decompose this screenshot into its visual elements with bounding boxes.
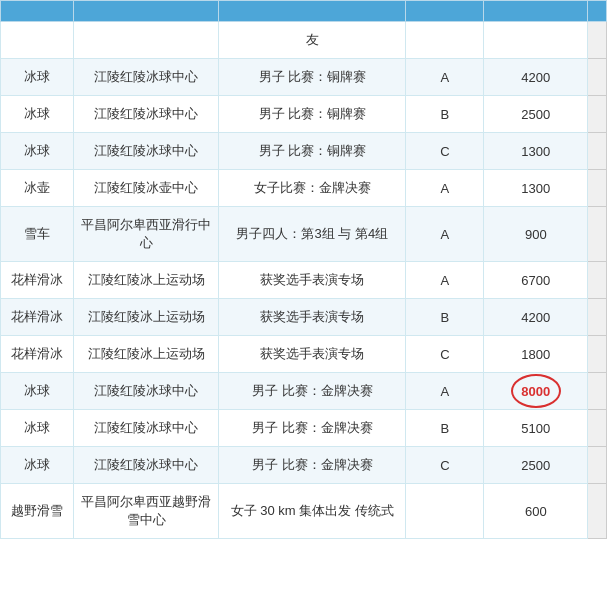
cell-price: 6700 bbox=[484, 262, 588, 299]
cell-desc: 女子比赛：金牌决赛 bbox=[219, 170, 406, 207]
table-header-row bbox=[1, 1, 607, 22]
table-row: 冰壶江陵红陵冰壶中心女子比赛：金牌决赛A1300 bbox=[1, 170, 607, 207]
cell-sport: 冰球 bbox=[1, 447, 74, 484]
cell-sport: 冰球 bbox=[1, 59, 74, 96]
cell-venue: 江陵红陵冰球中心 bbox=[73, 96, 219, 133]
cell-type: C bbox=[406, 336, 484, 373]
scrollbar-cell bbox=[588, 96, 607, 133]
cell-type: A bbox=[406, 170, 484, 207]
scrollbar-cell bbox=[588, 170, 607, 207]
cell-venue: 江陵红陵冰壶中心 bbox=[73, 170, 219, 207]
header-price bbox=[484, 1, 588, 22]
cell-venue: 江陵红陵冰球中心 bbox=[73, 373, 219, 410]
cell-sport: 花样滑冰 bbox=[1, 336, 74, 373]
scrollbar-cell bbox=[588, 22, 607, 59]
cell-desc: 男子 比赛：金牌决赛 bbox=[219, 447, 406, 484]
cell-venue: 江陵红陵冰球中心 bbox=[73, 59, 219, 96]
cell-venue: 江陵红陵冰上运动场 bbox=[73, 336, 219, 373]
table-row: 友 bbox=[1, 22, 607, 59]
scrollbar-cell bbox=[588, 373, 607, 410]
table-row: 冰球江陵红陵冰球中心男子 比赛：铜牌赛B2500 bbox=[1, 96, 607, 133]
cell-sport: 越野滑雪 bbox=[1, 484, 74, 539]
cell-sport: 冰球 bbox=[1, 133, 74, 170]
cell-venue: 平昌阿尔卑西亚越野滑雪中心 bbox=[73, 484, 219, 539]
cell-price: 5100 bbox=[484, 410, 588, 447]
table-row: 冰球江陵红陵冰球中心男子 比赛：铜牌赛C1300 bbox=[1, 133, 607, 170]
scrollbar-cell bbox=[588, 336, 607, 373]
cell-venue: 江陵红陵冰球中心 bbox=[73, 133, 219, 170]
header-type bbox=[406, 1, 484, 22]
cell-type: A bbox=[406, 373, 484, 410]
table-row: 花样滑冰江陵红陵冰上运动场获奖选手表演专场C1800 bbox=[1, 336, 607, 373]
scrollbar-header bbox=[588, 1, 607, 22]
cell-desc: 男子四人：第3组 与 第4组 bbox=[219, 207, 406, 262]
cell-desc: 男子 比赛：铜牌赛 bbox=[219, 96, 406, 133]
table-row: 花样滑冰江陵红陵冰上运动场获奖选手表演专场B4200 bbox=[1, 299, 607, 336]
cell-sport: 冰球 bbox=[1, 96, 74, 133]
header-venue bbox=[73, 1, 219, 22]
table-row: 冰球江陵红陵冰球中心男子 比赛：金牌决赛C2500 bbox=[1, 447, 607, 484]
table-row: 冰球江陵红陵冰球中心男子 比赛：铜牌赛A4200 bbox=[1, 59, 607, 96]
cell-sport: 冰球 bbox=[1, 373, 74, 410]
cell-sport: 雪车 bbox=[1, 207, 74, 262]
cell-desc: 获奖选手表演专场 bbox=[219, 299, 406, 336]
scrollbar-cell bbox=[588, 410, 607, 447]
main-table-container: 友冰球江陵红陵冰球中心男子 比赛：铜牌赛A4200冰球江陵红陵冰球中心男子 比赛… bbox=[0, 0, 607, 539]
cell-price: 1300 bbox=[484, 170, 588, 207]
cell-type: C bbox=[406, 447, 484, 484]
cell-desc: 男子 比赛：金牌决赛 bbox=[219, 373, 406, 410]
cell-desc: 女子 30 km 集体出发 传统式 bbox=[219, 484, 406, 539]
cell-type: B bbox=[406, 410, 484, 447]
cell-sport: 花样滑冰 bbox=[1, 299, 74, 336]
header-sport bbox=[1, 1, 74, 22]
cell-price: 2500 bbox=[484, 447, 588, 484]
cell-venue: 江陵红陵冰球中心 bbox=[73, 447, 219, 484]
cell-type: B bbox=[406, 96, 484, 133]
table-row: 冰球江陵红陵冰球中心男子 比赛：金牌决赛A8000 bbox=[1, 373, 607, 410]
cell-desc: 男子 比赛：铜牌赛 bbox=[219, 133, 406, 170]
cell-type: A bbox=[406, 262, 484, 299]
cell-desc: 获奖选手表演专场 bbox=[219, 262, 406, 299]
scrollbar-cell bbox=[588, 447, 607, 484]
cell-venue: 平昌阿尔卑西亚滑行中心 bbox=[73, 207, 219, 262]
scrollbar-cell bbox=[588, 299, 607, 336]
cell-sport: 冰壶 bbox=[1, 170, 74, 207]
cell-price: 900 bbox=[484, 207, 588, 262]
cell-price: 2500 bbox=[484, 96, 588, 133]
cell-type: A bbox=[406, 207, 484, 262]
cell-type: B bbox=[406, 299, 484, 336]
cell-venue: 江陵红陵冰上运动场 bbox=[73, 262, 219, 299]
cell-sport: 花样滑冰 bbox=[1, 262, 74, 299]
table-row: 雪车平昌阿尔卑西亚滑行中心男子四人：第3组 与 第4组A900 bbox=[1, 207, 607, 262]
cell-venue bbox=[73, 22, 219, 59]
table-row: 冰球江陵红陵冰球中心男子 比赛：金牌决赛B5100 bbox=[1, 410, 607, 447]
cell-price: 1300 bbox=[484, 133, 588, 170]
cell-type bbox=[406, 484, 484, 539]
cell-venue: 江陵红陵冰球中心 bbox=[73, 410, 219, 447]
scrollbar-cell bbox=[588, 133, 607, 170]
cell-type: C bbox=[406, 133, 484, 170]
cell-price: 4200 bbox=[484, 59, 588, 96]
cell-desc: 男子 比赛：金牌决赛 bbox=[219, 410, 406, 447]
cell-sport: 冰球 bbox=[1, 410, 74, 447]
header-desc bbox=[219, 1, 406, 22]
cell-venue: 江陵红陵冰上运动场 bbox=[73, 299, 219, 336]
scrollbar-cell bbox=[588, 207, 607, 262]
tickets-table: 友冰球江陵红陵冰球中心男子 比赛：铜牌赛A4200冰球江陵红陵冰球中心男子 比赛… bbox=[0, 0, 607, 539]
scrollbar-cell bbox=[588, 59, 607, 96]
cell-type: A bbox=[406, 59, 484, 96]
scrollbar-cell bbox=[588, 484, 607, 539]
scrollbar-cell bbox=[588, 262, 607, 299]
cell-price: 600 bbox=[484, 484, 588, 539]
cell-type bbox=[406, 22, 484, 59]
table-row: 越野滑雪平昌阿尔卑西亚越野滑雪中心女子 30 km 集体出发 传统式600 bbox=[1, 484, 607, 539]
cell-price: 1800 bbox=[484, 336, 588, 373]
cell-price bbox=[484, 22, 588, 59]
cell-desc: 友 bbox=[219, 22, 406, 59]
cell-desc: 获奖选手表演专场 bbox=[219, 336, 406, 373]
cell-desc: 男子 比赛：铜牌赛 bbox=[219, 59, 406, 96]
cell-price: 4200 bbox=[484, 299, 588, 336]
table-row: 花样滑冰江陵红陵冰上运动场获奖选手表演专场A6700 bbox=[1, 262, 607, 299]
cell-sport bbox=[1, 22, 74, 59]
cell-price: 8000 bbox=[484, 373, 588, 410]
